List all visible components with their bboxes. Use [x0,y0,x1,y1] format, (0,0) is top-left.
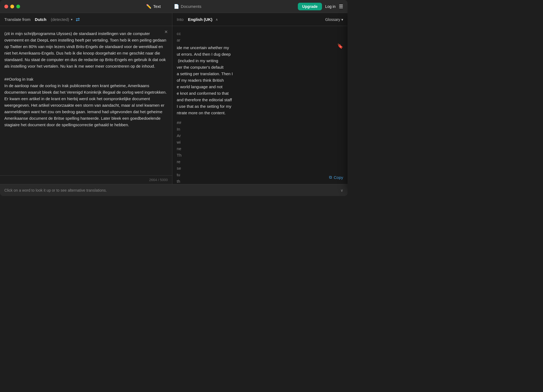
titlebar: ✏️ Text 📄 Documents Upgrade Log in ☰ [0,0,348,13]
left-panel-header: Translate from Dutch (detected) ▾ ⇄ [0,13,172,26]
source-text: (zit in mijn schrijfprogramma Ulysses) d… [4,30,168,128]
text-icon: ✏️ [146,4,151,9]
documents-icon: 📄 [174,4,179,9]
clear-text-button[interactable]: ✕ [164,29,168,34]
source-language-selector[interactable]: Translate from Dutch (detected) ▾ [4,17,72,22]
fullscreen-traffic-light[interactable] [16,5,20,8]
char-count: 2664 / 5000 [0,175,172,184]
titlebar-right: Upgrade Log in ☰ [298,3,343,10]
swap-languages-button[interactable]: ⇄ [76,17,80,23]
menu-icon[interactable]: ☰ [339,4,343,10]
copy-label: Copy [334,175,343,180]
target-language-name: English (UK) [188,17,212,22]
source-text-area[interactable]: ✕ (zit in mijn schrijfprogramma Ulysses)… [0,26,172,175]
bookmark-button[interactable]: 🔖 [337,42,343,50]
translated-text-section2: ## In Ar wi ne Th re se tu th [177,119,343,184]
close-traffic-light[interactable] [4,5,8,8]
translated-text: cc ar [177,30,343,43]
right-panel: Into English (UK) ∧ Glossary ▾ 🔖 cc ar i… [172,13,348,184]
glossary-chevron-icon: ▾ [341,17,343,22]
source-language-name: Dutch [35,17,46,22]
tab-text[interactable]: ✏️ Text [144,3,163,10]
glossary-label: Glossary [325,17,340,22]
titlebar-nav: ✏️ Text 📄 Documents [144,3,203,10]
login-button[interactable]: Log in [325,4,336,9]
copy-button[interactable]: ⧉ Copy [329,175,343,180]
target-language-selector[interactable]: Into English (UK) ∧ [177,17,218,22]
copy-icon: ⧉ [329,175,332,180]
detected-label: (detected) [51,17,69,22]
tab-documents-label: Documents [181,4,201,9]
bottom-bar-chevron-icon: ∨ [340,188,343,192]
swap-icon: ⇄ [76,17,80,22]
translated-text-area: 🔖 cc ar ide me uncertain whether my ut e… [172,26,348,184]
translated-text-main: ide me uncertain whether my ut errors. A… [177,45,343,116]
tab-text-label: Text [153,4,161,9]
into-label: Into [177,17,184,22]
source-lang-chevron-icon: ▾ [71,18,72,21]
main-area: Translate from Dutch (detected) ▾ ⇄ ✕ (z… [0,13,348,184]
tab-documents[interactable]: 📄 Documents [172,3,204,10]
glossary-button[interactable]: Glossary ▾ [325,17,343,22]
translate-from-label: Translate from [4,17,30,22]
upgrade-button[interactable]: Upgrade [298,3,322,10]
target-lang-chevron-icon: ∧ [216,18,218,21]
right-panel-header: Into English (UK) ∧ Glossary ▾ [172,13,348,26]
traffic-lights [4,5,20,8]
bottom-bar: Click on a word to look it up or to see … [0,184,348,196]
bottom-hint: Click on a word to look it up or to see … [4,188,107,192]
minimize-traffic-light[interactable] [10,5,14,8]
left-panel: Translate from Dutch (detected) ▾ ⇄ ✕ (z… [0,13,172,184]
